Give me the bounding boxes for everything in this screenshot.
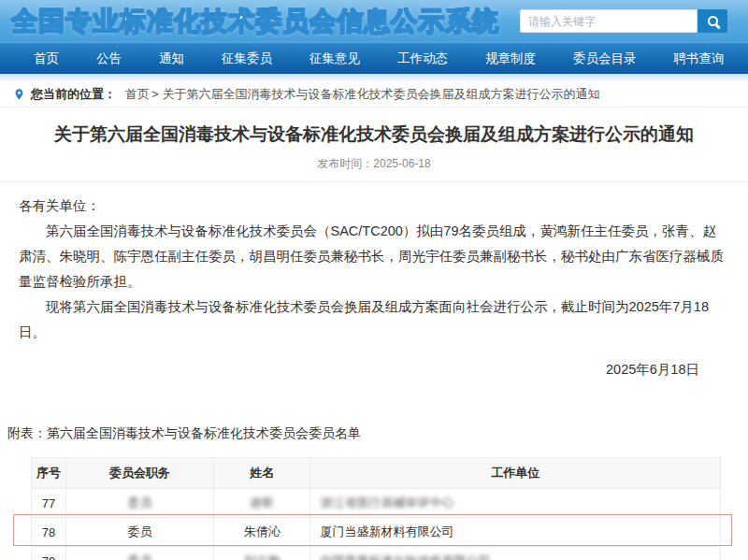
nav-item-regulations[interactable]: 规章制度 xyxy=(467,43,554,74)
cell-role: 委员 xyxy=(65,489,213,518)
page-title: 关于第六届全国消毒技术与设备标准化技术委员会换届及组成方案进行公示的通知 xyxy=(28,121,720,148)
search-input[interactable] xyxy=(520,9,698,33)
cell-seq: 77 xyxy=(32,489,66,518)
cell-name: 刘立梅 xyxy=(214,547,310,560)
body-paragraph-2: 现将第六届全国消毒技术与设备标准化技术委员会换届及组成方案面向社会进行公示，截止… xyxy=(19,294,729,345)
breadcrumb-home-link[interactable]: 首页 xyxy=(125,86,150,103)
table-row: 77 委员 谢昕 浙江省医疗器械审评中心 xyxy=(32,489,721,518)
table-header-row: 序号 委员会职务 姓名 工作单位 xyxy=(32,458,721,489)
search-button[interactable] xyxy=(698,9,727,33)
main-nav: 首页 公告 通知 征集委员 征集意见 工作动态 规章制度 委员会目录 聘书查询 … xyxy=(0,42,748,74)
members-table: 序号 委员会职务 姓名 工作单位 77 委员 谢昕 浙江省医疗器械审评中心 78… xyxy=(31,457,721,560)
col-header-seq: 序号 xyxy=(32,458,66,489)
nav-item-committee-directory[interactable]: 委员会目录 xyxy=(554,43,655,74)
nav-item-home[interactable]: 首页 xyxy=(15,43,78,74)
publish-date: 发布时间：2025-06-18 xyxy=(28,156,720,172)
article-body: 各有关单位： 第六届全国消毒技术与设备标准化技术委员会（SAC/TC200）拟由… xyxy=(0,182,748,382)
cell-role: 委员 xyxy=(65,518,213,547)
cell-seq: 79 xyxy=(32,547,66,560)
search-box xyxy=(520,9,727,33)
breadcrumb-separator: > xyxy=(151,87,159,101)
nav-item-recruit-members[interactable]: 征集委员 xyxy=(203,43,291,74)
location-pin-icon xyxy=(13,87,25,102)
members-table-wrap: 序号 委员会职务 姓名 工作单位 77 委员 谢昕 浙江省医疗器械审评中心 78… xyxy=(31,457,721,560)
nav-item-solicit-opinions[interactable]: 征集意见 xyxy=(291,43,379,74)
table-row: 79 委员 刘立梅 中国质量标准出版传媒有限公司 xyxy=(32,547,721,560)
nav-item-work-news[interactable]: 工作动态 xyxy=(379,43,467,74)
body-paragraph-1: 第六届全国消毒技术与设备标准化技术委员会（SAC/TC200）拟由79名委员组成… xyxy=(19,219,729,294)
breadcrumb-label: 您当前的位置： xyxy=(31,86,116,103)
nav-item-downloads[interactable]: 资料下载 xyxy=(743,43,748,74)
nav-item-notices[interactable]: 通知 xyxy=(140,43,203,74)
cell-org: 中国质量标准出版传媒有限公司 xyxy=(310,547,721,560)
article-header: 关于第六届全国消毒技术与设备标准化技术委员会换届及组成方案进行公示的通知 发布时… xyxy=(0,108,748,182)
nav-item-announcements[interactable]: 公告 xyxy=(78,43,140,74)
col-header-role: 委员会职务 xyxy=(65,458,213,489)
breadcrumb-current: 关于第六届全国消毒技术与设备标准化技术委员会换届及组成方案进行公示的通知 xyxy=(163,86,600,103)
nav-shadow-strip xyxy=(0,74,748,81)
signature-date: 2025年6月18日 xyxy=(19,357,729,382)
salutation: 各有关单位： xyxy=(19,194,729,219)
attachment-caption: 附表：第六届全国消毒技术与设备标准化技术委员会委员名单 xyxy=(7,425,748,442)
cell-seq: 78 xyxy=(32,518,66,547)
table-row-highlighted: 78 委员 朱倩沁 厦门当盛新材料有限公司 xyxy=(32,518,721,547)
breadcrumb: 您当前的位置： 首页 > 关于第六届全国消毒技术与设备标准化技术委员会换届及组成… xyxy=(0,81,748,108)
cell-name: 谢昕 xyxy=(214,489,310,518)
col-header-org: 工作单位 xyxy=(310,458,721,489)
col-header-name: 姓名 xyxy=(214,458,310,489)
cell-org: 浙江省医疗器械审评中心 xyxy=(310,489,721,518)
site-title: 全国专业标准化技术委员会信息公示系统 xyxy=(11,4,499,39)
cell-name: 朱倩沁 xyxy=(214,518,310,547)
cell-role: 委员 xyxy=(65,547,213,560)
site-header: 全国专业标准化技术委员会信息公示系统 xyxy=(0,0,748,42)
cell-org: 厦门当盛新材料有限公司 xyxy=(310,518,721,547)
search-icon xyxy=(708,16,718,26)
nav-item-certificate-query[interactable]: 聘书查询 xyxy=(655,43,743,74)
